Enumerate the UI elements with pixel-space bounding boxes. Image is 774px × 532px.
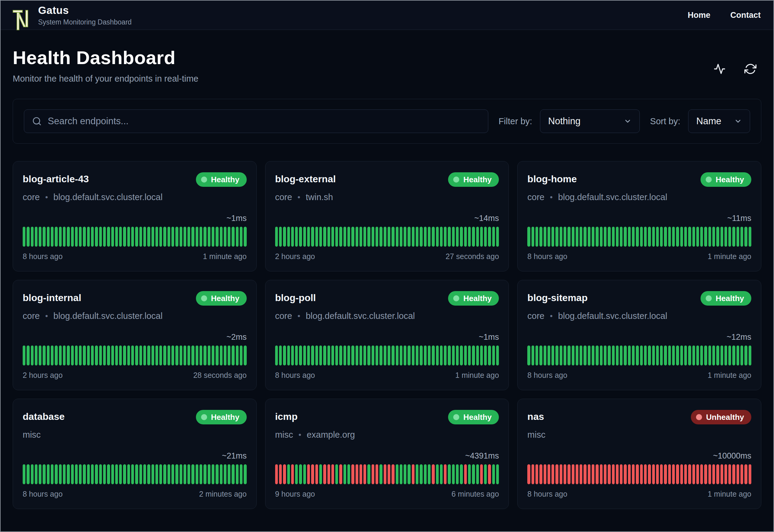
uptime-bar[interactable]	[432, 464, 434, 484]
uptime-bar[interactable]	[151, 345, 154, 365]
uptime-bar[interactable]	[95, 464, 98, 484]
uptime-bar[interactable]	[139, 464, 142, 484]
uptime-bar[interactable]	[379, 345, 382, 365]
uptime-bar[interactable]	[347, 227, 350, 247]
uptime-bar[interactable]	[343, 464, 346, 484]
uptime-bar[interactable]	[63, 345, 66, 365]
uptime-bar[interactable]	[51, 345, 54, 365]
uptime-bar[interactable]	[488, 464, 491, 484]
uptime-bar[interactable]	[388, 464, 390, 484]
uptime-bar[interactable]	[171, 345, 174, 365]
uptime-bar[interactable]	[384, 464, 386, 484]
uptime-bar[interactable]	[359, 345, 362, 365]
uptime-bar[interactable]	[359, 464, 362, 484]
uptime-bar[interactable]	[544, 227, 546, 247]
uptime-bar[interactable]	[636, 345, 639, 365]
uptime-bar[interactable]	[63, 227, 66, 247]
uptime-bar[interactable]	[668, 227, 671, 247]
uptime-bar[interactable]	[712, 464, 715, 484]
uptime-bar[interactable]	[388, 227, 390, 247]
uptime-bar[interactable]	[228, 227, 230, 247]
uptime-bar[interactable]	[224, 345, 226, 365]
uptime-bar[interactable]	[55, 227, 57, 247]
uptime-bar[interactable]	[420, 227, 422, 247]
uptime-bar[interactable]	[632, 464, 635, 484]
uptime-bar[interactable]	[456, 345, 459, 365]
uptime-bar[interactable]	[103, 227, 106, 247]
uptime-bar[interactable]	[147, 464, 150, 484]
uptime-bar[interactable]	[323, 345, 326, 365]
uptime-bar[interactable]	[359, 227, 362, 247]
uptime-bar[interactable]	[737, 464, 739, 484]
uptime-bar[interactable]	[163, 345, 166, 365]
uptime-bar[interactable]	[35, 464, 37, 484]
uptime-bar[interactable]	[331, 464, 334, 484]
uptime-bar[interactable]	[588, 345, 590, 365]
uptime-bar[interactable]	[648, 464, 651, 484]
uptime-bar[interactable]	[151, 227, 154, 247]
uptime-bar[interactable]	[115, 464, 118, 484]
uptime-bar[interactable]	[420, 464, 422, 484]
uptime-bar[interactable]	[728, 227, 731, 247]
uptime-bar[interactable]	[216, 345, 218, 365]
uptime-bar[interactable]	[87, 345, 90, 365]
uptime-bar[interactable]	[319, 227, 322, 247]
uptime-bar[interactable]	[480, 345, 483, 365]
uptime-bar[interactable]	[480, 227, 483, 247]
uptime-bar[interactable]	[592, 227, 594, 247]
uptime-bar[interactable]	[295, 345, 298, 365]
uptime-bar[interactable]	[319, 464, 322, 484]
uptime-bar[interactable]	[472, 227, 475, 247]
uptime-bar[interactable]	[107, 345, 110, 365]
uptime-bar[interactable]	[400, 464, 402, 484]
uptime-bar[interactable]	[184, 227, 186, 247]
uptime-bar[interactable]	[564, 227, 566, 247]
uptime-bar[interactable]	[131, 227, 134, 247]
uptime-bar[interactable]	[749, 227, 751, 247]
uptime-bar[interactable]	[55, 345, 57, 365]
uptime-bar[interactable]	[484, 345, 487, 365]
uptime-bar[interactable]	[135, 227, 138, 247]
uptime-bar[interactable]	[356, 464, 358, 484]
uptime-bar[interactable]	[244, 345, 246, 365]
uptime-bar[interactable]	[684, 227, 687, 247]
uptime-bar[interactable]	[23, 345, 25, 365]
uptime-bar[interactable]	[343, 345, 346, 365]
uptime-bar[interactable]	[307, 227, 310, 247]
uptime-bar[interactable]	[680, 345, 683, 365]
uptime-bar[interactable]	[139, 345, 142, 365]
uptime-bar[interactable]	[127, 464, 130, 484]
uptime-bar[interactable]	[696, 345, 699, 365]
uptime-bar[interactable]	[412, 345, 415, 365]
uptime-bar[interactable]	[59, 464, 62, 484]
uptime-bar[interactable]	[560, 345, 562, 365]
uptime-bar[interactable]	[428, 227, 431, 247]
uptime-bar[interactable]	[379, 464, 382, 484]
uptime-bar[interactable]	[59, 227, 62, 247]
uptime-bar[interactable]	[644, 464, 647, 484]
uptime-bar[interactable]	[496, 345, 499, 365]
uptime-bar[interactable]	[351, 227, 354, 247]
uptime-bar[interactable]	[532, 227, 534, 247]
uptime-bar[interactable]	[567, 345, 570, 365]
uptime-bar[interactable]	[480, 464, 483, 484]
uptime-bar[interactable]	[732, 227, 735, 247]
uptime-bar[interactable]	[696, 227, 699, 247]
uptime-bar[interactable]	[155, 464, 158, 484]
uptime-bar[interactable]	[444, 345, 447, 365]
uptime-bar[interactable]	[412, 227, 415, 247]
uptime-bar[interactable]	[676, 227, 679, 247]
uptime-bar[interactable]	[212, 464, 214, 484]
uptime-bar[interactable]	[356, 345, 358, 365]
uptime-bar[interactable]	[339, 345, 342, 365]
uptime-bar[interactable]	[187, 464, 190, 484]
uptime-bar[interactable]	[67, 345, 70, 365]
uptime-bar[interactable]	[692, 227, 695, 247]
uptime-bar[interactable]	[588, 227, 590, 247]
uptime-bar[interactable]	[608, 345, 610, 365]
uptime-bar[interactable]	[303, 464, 306, 484]
uptime-bar[interactable]	[123, 345, 126, 365]
uptime-bar[interactable]	[604, 464, 607, 484]
uptime-bar[interactable]	[424, 464, 427, 484]
uptime-bar[interactable]	[620, 227, 623, 247]
